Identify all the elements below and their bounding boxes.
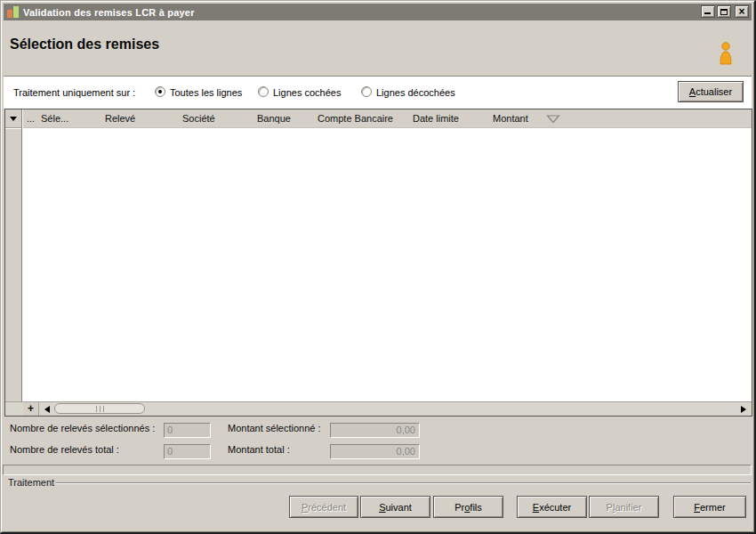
title-bar[interactable]: Validation des remises LCR à payer ×	[4, 4, 752, 20]
refresh-button[interactable]: Actualiser	[678, 81, 744, 102]
radio-checked-lines-label[interactable]: Lignes cochées	[273, 87, 341, 98]
selected-count-field: 0	[164, 423, 211, 438]
close-button[interactable]: ×	[735, 5, 749, 18]
treatment-group-label: Traitement	[8, 477, 54, 488]
dialog-window: Validation des remises LCR à payer × Sél…	[0, 0, 756, 534]
column-header-montant[interactable]: Montant	[493, 109, 528, 128]
scrollbar-thumb[interactable]	[54, 403, 145, 414]
row-selector-gutter	[5, 109, 22, 401]
selected-amount-label: Montant sélectionné :	[228, 423, 321, 433]
schedule-button: Planifier	[589, 496, 659, 518]
progress-strip	[3, 465, 752, 475]
add-row-button[interactable]: +	[23, 402, 39, 416]
horizontal-scrollbar[interactable]: +	[5, 401, 752, 416]
total-amount-label: Montant total :	[228, 444, 290, 455]
radio-all-lines-label[interactable]: Toutes les lignes	[170, 87, 242, 98]
previous-button: Précédent	[289, 496, 358, 518]
person-icon	[717, 41, 735, 68]
column-header-compte-bancaire[interactable]: Compte Bancaire	[318, 109, 393, 128]
profiles-button[interactable]: Profils	[433, 496, 503, 518]
radio-unchecked-lines-label[interactable]: Lignes décochées	[376, 87, 455, 98]
radio-checked-lines[interactable]	[258, 86, 269, 97]
treatment-scope-label: Traitement uniquement sur :	[13, 87, 135, 98]
column-header-banque[interactable]: Banque	[257, 109, 291, 128]
treatment-group-line	[56, 482, 751, 484]
app-icon-orange-bar	[7, 10, 12, 18]
app-icon-green-bar	[13, 6, 19, 18]
minimize-icon	[704, 12, 711, 14]
scroll-left-icon[interactable]	[44, 406, 50, 413]
scroll-right-icon[interactable]	[741, 406, 746, 413]
column-header-societe[interactable]: Société	[182, 109, 215, 128]
select-all-header[interactable]	[5, 109, 21, 128]
close-icon: ×	[736, 5, 748, 18]
maximize-button[interactable]	[717, 5, 731, 18]
radio-unchecked-lines[interactable]	[361, 86, 372, 97]
next-button[interactable]: Suivant	[360, 496, 430, 518]
selected-count-label: Nombre de relevés sélectionnés :	[10, 423, 155, 433]
selected-amount-field: 0,00	[330, 423, 420, 438]
maximize-icon	[720, 9, 728, 15]
column-header-date-limite[interactable]: Date limite	[413, 109, 459, 128]
page-title: Sélection des remises	[10, 36, 159, 53]
close-dialog-button[interactable]: Fermer	[673, 496, 746, 518]
column-header-dots[interactable]: ...	[27, 109, 35, 128]
window-title: Validation des remises LCR à payer	[23, 7, 195, 18]
filter-icon[interactable]	[546, 115, 560, 125]
column-header-releve[interactable]: Relevé	[105, 109, 135, 128]
remittances-grid: ... Séle... Relevé Société Banque Compte…	[4, 109, 752, 417]
minimize-button[interactable]	[701, 5, 715, 18]
column-header-selection[interactable]: Séle...	[41, 109, 68, 128]
app-icon	[7, 6, 19, 18]
radio-all-lines[interactable]	[155, 86, 165, 97]
total-count-label: Nombre de relevés total :	[10, 444, 119, 455]
filter-toolbar: Traitement uniquement sur : Toutes les l…	[4, 77, 752, 109]
total-amount-field: 0,00	[330, 444, 420, 459]
total-count-field: 0	[164, 444, 211, 459]
execute-button[interactable]: Exécuter	[517, 496, 587, 518]
select-all-arrow-icon	[10, 117, 17, 121]
